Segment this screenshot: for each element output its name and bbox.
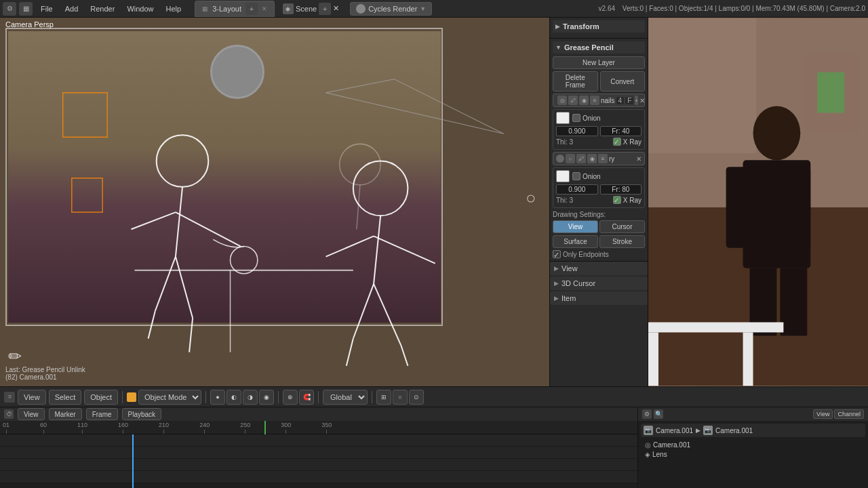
timeline-right-panel: 📷 Camera.001 ▶ 📷 Camera.001 ◎ Camera.001…	[638, 421, 868, 488]
timeline-playhead[interactable]	[132, 434, 134, 488]
layer1-tool3[interactable]: ◉	[579, 96, 589, 105]
new-layer-button[interactable]: New Layer	[553, 56, 645, 69]
layer1-tool4[interactable]: ≡	[590, 96, 599, 105]
delete-frame-button[interactable]: Delete Frame	[553, 71, 598, 92]
svg-rect-39	[743, 332, 753, 386]
layer2-xray-check[interactable]: ✓ X Ray	[613, 196, 642, 204]
camera-name-text: (82) Camera.001	[5, 373, 85, 381]
layer1-close-icon[interactable]: ✕	[639, 97, 645, 104]
item-panel-label: Item	[561, 294, 576, 302]
layer1-row[interactable]: ◎ 🖊 ◉ ≡ nails 4 F + ✕	[553, 94, 645, 107]
layer1-xray-check[interactable]: ✓ X Ray	[613, 138, 642, 146]
add-scene-btn[interactable]: +	[319, 3, 331, 15]
layer1-flag[interactable]: F	[625, 97, 633, 104]
layer1-container: ◎ 🖊 ◉ ≡ nails 4 F + ✕	[553, 94, 645, 150]
layer2-close-icon[interactable]: ✕	[636, 155, 642, 163]
transform-space-dropdown[interactable]: Global	[323, 390, 368, 405]
render-engine-selector[interactable]: Cycles Render ▼	[350, 2, 432, 16]
timeline-marker-label: Marker	[55, 411, 76, 418]
layer2-tool3[interactable]: ◉	[587, 154, 597, 163]
item-section-header[interactable]: ▶ Item	[550, 291, 648, 305]
convert-button[interactable]: Convert	[600, 71, 646, 92]
layer1-opacity-field[interactable]: 0.900	[556, 126, 598, 136]
workspace-tab-layout[interactable]: ▦ 3-Layout + ✕	[195, 1, 275, 17]
layer1-onion-checkbox[interactable]	[572, 114, 580, 122]
layer1-color-row: Onion	[556, 112, 642, 124]
layer2-tool1[interactable]: ○	[566, 154, 575, 163]
grease-pencil-header[interactable]: ▼ Grease Pencil	[553, 41, 645, 54]
menu-add[interactable]: Add	[60, 3, 84, 14]
scene-label: Scene	[296, 5, 317, 13]
pivot-btn[interactable]: ⊕	[283, 390, 298, 405]
object-menu-btn[interactable]: Object	[84, 390, 118, 405]
layer2-onion-check[interactable]: Onion	[572, 172, 601, 180]
add-workspace-btn[interactable]: +	[245, 3, 258, 15]
view-menu-btn[interactable]: View	[18, 390, 46, 405]
render-texture-btn[interactable]: ◑	[243, 390, 258, 405]
layer1-onion-check[interactable]: Onion	[572, 114, 601, 122]
mode-dropdown[interactable]: Object Mode	[138, 390, 201, 405]
view-section-header[interactable]: ▶ View	[550, 262, 648, 275]
overlay-btn[interactable]: ○	[393, 390, 408, 405]
layer1-tool1[interactable]: ◎	[557, 96, 567, 105]
proportional-btn[interactable]: ⊙	[409, 390, 424, 405]
layer2-tool2[interactable]: 🖊	[576, 154, 586, 163]
last-action-label: Last: Grease Pencil Unlink (82) Camera.0…	[5, 366, 85, 381]
layer2-color-swatch[interactable]	[556, 170, 570, 182]
main-area: Camera Persp	[0, 18, 868, 386]
ruler-mark-60: 60	[40, 422, 47, 434]
transform-header[interactable]: ▶ Transform	[553, 20, 645, 33]
timeline-marker-btn[interactable]: Marker	[49, 408, 82, 420]
camera-obj-detail: ◎ Camera.001	[645, 441, 861, 449]
gp-title: Grease Pencil	[564, 43, 614, 52]
cursor-section-header[interactable]: ▶ 3D Cursor	[550, 277, 648, 290]
layer1-xray-checkbox[interactable]: ✓	[613, 138, 621, 146]
close-scene-btn[interactable]: ✕	[333, 4, 339, 13]
render-material-btn[interactable]: ◐	[226, 390, 241, 405]
menu-render[interactable]: Render	[85, 3, 120, 14]
layer2-thi-row: Thi: 3 ✓ X Ray	[556, 196, 642, 204]
timeline-playback-label: Playback	[128, 411, 156, 418]
item-arrow-icon: ▶	[554, 295, 559, 302]
lens-row: ◈ Lens	[645, 451, 861, 458]
close-workspace-btn[interactable]: ✕	[262, 5, 267, 12]
timeline-view-btn[interactable]: View	[18, 408, 45, 420]
menu-help[interactable]: Help	[161, 3, 187, 14]
channel-btn[interactable]: Channel	[834, 409, 864, 419]
grid-btn[interactable]: ⊞	[376, 390, 391, 405]
version-label: v2.64	[599, 5, 615, 12]
layer2-opacity-field[interactable]: 0.900	[556, 184, 598, 195]
menu-window[interactable]: Window	[121, 3, 159, 14]
select-menu-btn[interactable]: Select	[49, 390, 82, 405]
layer1-tool2[interactable]: 🖊	[568, 96, 578, 105]
layer2-fr-field[interactable]: Fr: 80	[600, 184, 642, 195]
layer2-tool4[interactable]: ≡	[598, 154, 608, 163]
render-render-btn[interactable]: ◉	[259, 390, 274, 405]
timeline-frame-label: Frame	[92, 411, 112, 418]
stroke-tab-btn[interactable]: Stroke	[599, 235, 645, 248]
layer2-row[interactable]: ○ 🖊 ◉ ≡ ry ✕	[553, 152, 645, 165]
view-tab-btn[interactable]: View	[553, 220, 598, 233]
layer1-fr-field[interactable]: Fr: 40	[600, 126, 642, 136]
svg-point-26	[528, 195, 534, 202]
view-option-btn[interactable]: View	[813, 409, 833, 419]
layer1-add[interactable]: +	[635, 96, 638, 105]
timeline-right: ⚙ 🔍 View Channel 📷 Camera.001 ▶ 📷 Camera…	[637, 407, 868, 488]
layer2-onion-checkbox[interactable]	[572, 172, 580, 180]
props-icon: ⚙	[642, 409, 652, 419]
timeline-playback-btn[interactable]: Playback	[122, 408, 162, 420]
layer2-tools: ○ 🖊 ◉ ≡	[566, 154, 608, 163]
timeline-frame-btn[interactable]: Frame	[86, 408, 118, 420]
viewport[interactable]: Camera Persp	[0, 18, 549, 386]
camera-item-1[interactable]: 📷 Camera.001 ▶ 📷 Camera.001	[641, 424, 865, 437]
layer1-color-swatch[interactable]	[556, 112, 570, 124]
filter-icon: 🔍	[654, 409, 663, 419]
only-endpoints-checkbox[interactable]: ✓	[553, 250, 561, 258]
cursor-tab-btn[interactable]: Cursor	[599, 220, 645, 233]
snap-btn[interactable]: 🧲	[299, 390, 314, 405]
timeline-track-3	[0, 459, 637, 471]
layer2-xray-checkbox[interactable]: ✓	[613, 196, 621, 204]
menu-file[interactable]: File	[35, 3, 58, 14]
render-solid-btn[interactable]: ●	[210, 390, 225, 405]
surface-tab-btn[interactable]: Surface	[553, 235, 598, 248]
